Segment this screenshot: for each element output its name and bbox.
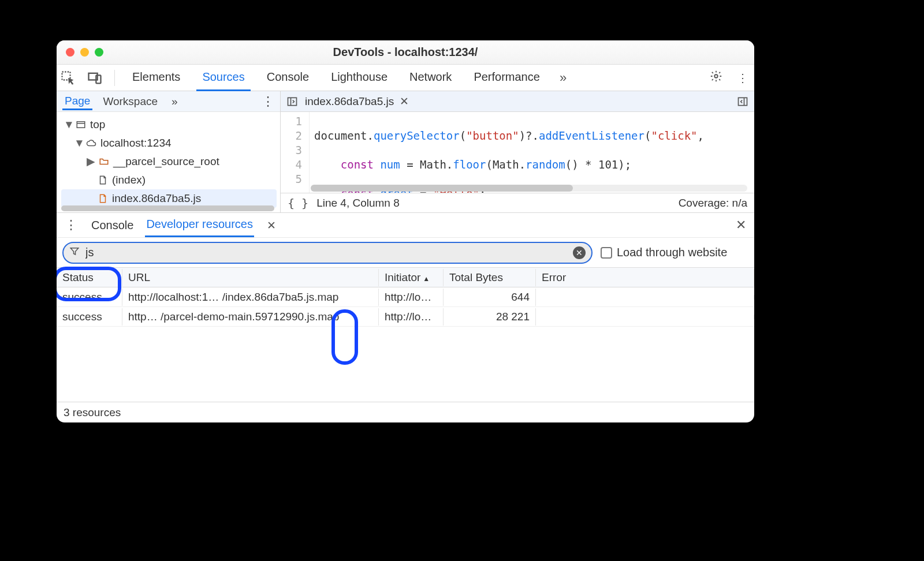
close-tab-icon[interactable]: ✕ — [400, 95, 409, 108]
tabs-overflow-icon[interactable]: » — [556, 70, 570, 85]
cell-error — [536, 315, 754, 319]
svg-marker-10 — [70, 248, 79, 255]
close-drawer-tab-icon[interactable]: ✕ — [267, 219, 276, 232]
close-drawer-icon[interactable]: ✕ — [736, 218, 748, 233]
tree-folder[interactable]: ▶ __parcel_source_root — [61, 152, 277, 171]
device-toolbar-icon[interactable] — [87, 70, 103, 86]
cell-initiator: http://lo… — [379, 289, 444, 306]
svg-rect-6 — [288, 98, 297, 105]
filter-row: ✕ Load through website — [57, 238, 754, 268]
svg-rect-8 — [739, 98, 747, 105]
coverage-label: Coverage: n/a — [679, 197, 747, 210]
tab-lighthouse[interactable]: Lighthouse — [325, 65, 393, 91]
nav-tab-page[interactable]: Page — [62, 92, 92, 110]
nav-tab-workspace[interactable]: Workspace — [100, 93, 160, 110]
filter-input[interactable] — [85, 246, 567, 259]
tree-file-label: index.86da7ba5.js — [112, 190, 201, 207]
main-tabbar: Elements Sources Console Lighthouse Netw… — [57, 65, 754, 91]
tree-top-label: top — [90, 117, 105, 133]
col-url[interactable]: URL — [122, 269, 379, 286]
cell-initiator: http://lo… — [379, 308, 444, 326]
editor-file-name: index.86da7ba5.js — [305, 95, 394, 108]
editor-scrollbar[interactable] — [311, 185, 747, 192]
more-menu-icon[interactable]: ⋮ — [735, 71, 751, 85]
tree-top[interactable]: ▼ top — [61, 115, 277, 134]
tab-console[interactable]: Console — [261, 65, 315, 91]
table-footer: 3 resources — [57, 402, 754, 422]
pretty-print-icon[interactable]: { } — [288, 196, 308, 210]
line-gutter: 1 2 3 4 5 — [281, 112, 310, 193]
load-through-website-checkbox[interactable]: Load through website — [601, 246, 727, 259]
resources-table: Status URL Initiator Total Bytes Error s… — [57, 268, 754, 422]
tree-index-label: (index) — [112, 172, 146, 188]
editor-statusbar: { } Line 4, Column 8 Coverage: n/a — [281, 193, 754, 212]
editor-pane: index.86da7ba5.js ✕ 1 2 3 4 5 document.q… — [281, 91, 754, 212]
document-icon — [97, 174, 109, 186]
cell-bytes: 644 — [444, 289, 536, 306]
col-status[interactable]: Status — [57, 269, 122, 286]
cursor-position: Line 4, Column 8 — [316, 197, 400, 210]
code-editor[interactable]: 1 2 3 4 5 document.querySelector("button… — [281, 112, 754, 193]
toggle-debugger-icon[interactable] — [736, 95, 750, 109]
tree-host[interactable]: ▼ localhost:1234 — [61, 134, 277, 152]
nav-tabs-overflow-icon[interactable]: » — [169, 93, 180, 110]
code-body: document.querySelector("button")?.addEve… — [310, 112, 709, 193]
tab-performance[interactable]: Performance — [468, 65, 546, 91]
navigator-pane: Page Workspace » ⋮ ▼ top ▼ localhost:123… — [57, 91, 281, 212]
editor-tabbar: index.86da7ba5.js ✕ — [281, 91, 754, 112]
line-number: 2 — [283, 129, 302, 143]
tree-index[interactable]: (index) — [61, 171, 277, 189]
cloud-icon — [85, 137, 97, 149]
nav-more-icon[interactable]: ⋮ — [262, 94, 274, 109]
checkbox-box — [601, 247, 612, 259]
table-header: Status URL Initiator Total Bytes Error — [57, 268, 754, 287]
tab-sources[interactable]: Sources — [196, 65, 250, 91]
line-number: 1 — [283, 114, 302, 129]
table-row[interactable]: success http… /parcel-demo-main.59712990… — [57, 307, 754, 327]
line-number: 5 — [283, 172, 302, 186]
window-icon — [75, 119, 87, 130]
svg-rect-4 — [77, 122, 85, 128]
clear-filter-icon[interactable]: ✕ — [573, 246, 586, 259]
navigator-tabs: Page Workspace » ⋮ — [57, 91, 280, 112]
toggle-navigator-icon[interactable] — [285, 95, 299, 109]
cell-bytes: 28 221 — [444, 308, 536, 326]
col-error[interactable]: Error — [536, 269, 754, 286]
drawer-menu-icon[interactable]: ⋮ — [62, 218, 80, 233]
resource-count: 3 resources — [64, 406, 121, 419]
drawer-tab-dev-resources[interactable]: Developer resources — [145, 213, 254, 237]
tree-folder-label: __parcel_source_root — [113, 154, 219, 170]
separator — [114, 70, 115, 86]
settings-gear-icon[interactable] — [708, 70, 724, 85]
tab-network[interactable]: Network — [404, 65, 457, 91]
zoom-window-button[interactable] — [95, 48, 103, 57]
tree-scrollbar[interactable] — [61, 205, 274, 211]
folder-icon — [98, 156, 110, 167]
col-bytes[interactable]: Total Bytes — [444, 269, 536, 286]
col-initiator[interactable]: Initiator — [379, 269, 444, 286]
traffic-lights — [66, 48, 103, 57]
inspect-element-icon[interactable] — [60, 70, 76, 86]
close-window-button[interactable] — [66, 48, 74, 57]
filter-icon — [69, 246, 80, 259]
sources-split: Page Workspace » ⋮ ▼ top ▼ localhost:123… — [57, 91, 754, 212]
tab-elements[interactable]: Elements — [126, 65, 186, 91]
js-file-icon — [97, 193, 109, 204]
cell-error — [536, 295, 754, 300]
tree-host-label: localhost:1234 — [100, 135, 172, 151]
window-title: DevTools - localhost:1234/ — [57, 46, 754, 59]
drawer-tab-console[interactable]: Console — [90, 214, 135, 237]
editor-file-tab[interactable]: index.86da7ba5.js ✕ — [305, 95, 409, 108]
cell-status: success — [57, 308, 122, 326]
filter-input-wrap[interactable]: ✕ — [62, 242, 593, 264]
minimize-window-button[interactable] — [80, 48, 89, 57]
cell-status: success — [57, 289, 122, 306]
table-row[interactable]: success http://localhost:1… /index.86da7… — [57, 287, 754, 307]
devtools-window: DevTools - localhost:1234/ Elements Sour… — [57, 40, 754, 422]
cell-url: http… /parcel-demo-main.59712990.js.map — [122, 308, 379, 326]
drawer-tabbar: ⋮ Console Developer resources ✕ ✕ — [57, 212, 754, 238]
line-number: 3 — [283, 143, 302, 158]
checkbox-label: Load through website — [617, 246, 727, 259]
cell-url: http://localhost:1… /index.86da7ba5.js.m… — [122, 289, 379, 306]
file-tree[interactable]: ▼ top ▼ localhost:1234 ▶ __parcel_source… — [57, 112, 280, 212]
